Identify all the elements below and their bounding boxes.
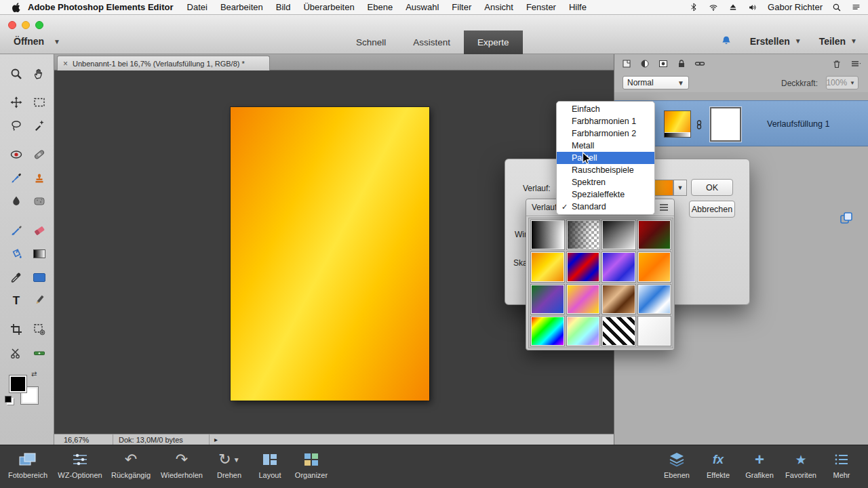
red-eye-tool-icon[interactable] — [6, 146, 26, 163]
hand-tool-icon[interactable] — [29, 65, 50, 83]
menu-hilfe[interactable]: Hilfe — [569, 2, 587, 12]
open-button[interactable]: Öffnen ▼ — [14, 36, 60, 47]
notification-center-icon[interactable] — [851, 3, 861, 12]
spotlight-icon[interactable] — [832, 3, 842, 12]
menu-filter[interactable]: Filter — [452, 2, 471, 12]
gradient-swatch-gruen-violett-blau[interactable] — [530, 284, 565, 314]
link-layers-icon[interactable] — [694, 58, 705, 69]
menu-item-spezialeffekte[interactable]: Spezialeffekte — [557, 188, 654, 201]
gradient-swatch-schwarz-weiss[interactable] — [601, 220, 636, 250]
menu-ansicht[interactable]: Ansicht — [484, 2, 513, 12]
tab-experte[interactable]: Experte — [464, 30, 523, 54]
straighten-tool-icon[interactable] — [29, 344, 50, 362]
menu-item-pastell[interactable]: Pastell — [557, 152, 654, 164]
taskbar-wz-optionen[interactable]: WZ-Optionen — [55, 449, 105, 479]
menu-item-spektren[interactable]: Spektren — [557, 176, 654, 188]
share-button[interactable]: Teilen▼ — [819, 36, 857, 47]
bluetooth-icon[interactable] — [689, 2, 698, 12]
gradient-swatch-chrom-blau[interactable] — [637, 284, 672, 314]
gradient-tool-icon[interactable] — [29, 245, 50, 262]
taskbar-fotobereich[interactable]: Fotobereich — [3, 449, 53, 479]
status-flyout-arrow-icon[interactable]: ▸ — [214, 436, 218, 443]
gradient-preview-arrow-icon[interactable]: ▼ — [673, 180, 687, 196]
default-colors-icon[interactable] — [5, 396, 12, 403]
layer-mask-thumbnail[interactable] — [710, 107, 741, 142]
gradient-swatch-rot-gruen[interactable] — [637, 220, 672, 250]
new-layer-icon[interactable] — [621, 58, 632, 69]
menu-item-standard[interactable]: ✓Standard — [557, 201, 654, 213]
taskbar-mehr[interactable]: Mehr — [816, 449, 867, 479]
shape-tool-icon[interactable] — [29, 268, 50, 286]
taskbar-organizer[interactable]: Organizer — [286, 449, 336, 479]
paint-bucket-tool-icon[interactable] — [6, 245, 26, 262]
menu-fenster[interactable]: Fenster — [526, 2, 556, 12]
window-close-button[interactable] — [8, 21, 16, 29]
gradient-swatch-spektrum[interactable] — [530, 316, 565, 346]
crop-tool-icon[interactable] — [6, 321, 26, 338]
gradient-swatch-streifen-diagonal[interactable] — [601, 316, 636, 346]
gradient-swatch-orange-gelb-orange[interactable] — [530, 251, 565, 282]
spot-healing-tool-icon[interactable] — [29, 146, 50, 163]
wifi-icon[interactable] — [708, 3, 719, 12]
smart-brush-tool-icon[interactable] — [6, 169, 26, 187]
pencil-tool-icon[interactable] — [29, 291, 50, 309]
stacked-squares-icon[interactable] — [840, 211, 853, 225]
document-tab-close-icon[interactable]: × — [63, 59, 68, 68]
lasso-tool-icon[interactable] — [6, 117, 26, 134]
clone-stamp-tool-icon[interactable] — [29, 169, 50, 187]
blend-mode-select[interactable]: Normal ▼ — [623, 76, 689, 89]
eraser-tool-icon[interactable] — [29, 222, 50, 239]
gradient-swatch-pastell-spektrum[interactable] — [566, 316, 601, 346]
window-zoom-button[interactable] — [35, 21, 43, 29]
gradient-swatch-weiss[interactable] — [637, 316, 672, 346]
type-tool-icon[interactable]: T — [6, 291, 26, 309]
tab-assistent[interactable]: Assistent — [399, 30, 464, 54]
notifications-bell-icon[interactable] — [720, 35, 732, 47]
eyedropper-tool-icon[interactable] — [6, 268, 26, 286]
move-tool-icon[interactable] — [6, 94, 26, 111]
gradient-swatch-kupfer[interactable] — [601, 284, 636, 314]
swap-colors-icon[interactable]: ⇄ — [31, 370, 37, 378]
sponge-tool-icon[interactable] — [29, 192, 50, 210]
menu-datei[interactable]: Datei — [187, 2, 208, 12]
gradient-swatch-gelb-violett-gelb[interactable] — [566, 284, 601, 314]
zoom-tool-icon[interactable] — [6, 65, 26, 83]
menu-item-einfach[interactable]: Einfach — [557, 103, 654, 115]
zoom-level[interactable]: 16,67% — [64, 436, 89, 444]
gradient-swatch-vordergrund-hintergrund[interactable] — [530, 220, 565, 250]
gradient-swatch-orange[interactable] — [637, 251, 672, 282]
blur-tool-icon[interactable] — [6, 192, 26, 210]
gradient-swatch-violett-blau[interactable] — [601, 251, 636, 282]
picker-menu-icon[interactable] — [659, 203, 669, 211]
marquee-tool-icon[interactable] — [29, 94, 50, 111]
recompose-tool-icon[interactable] — [29, 321, 50, 338]
open-dropdown-arrow-icon[interactable]: ▼ — [54, 38, 60, 45]
menu-item-metall[interactable]: Metall — [557, 140, 654, 152]
panel-menu-icon[interactable] — [850, 58, 862, 69]
document-canvas[interactable] — [231, 107, 429, 401]
eject-icon[interactable] — [728, 3, 738, 12]
ok-button[interactable]: OK — [691, 179, 733, 196]
window-minimize-button[interactable] — [22, 21, 30, 29]
new-adjustment-layer-icon[interactable] — [639, 58, 650, 69]
volume-icon[interactable] — [747, 3, 758, 12]
menubar-username[interactable]: Gabor Richter — [768, 2, 823, 12]
brush-tool-icon[interactable] — [6, 222, 26, 239]
menu-item-farbharmonien-2[interactable]: Farbharmonien 2 — [557, 127, 654, 140]
menu-bild[interactable]: Bild — [276, 2, 291, 12]
menu-auswahl[interactable]: Auswahl — [406, 2, 439, 12]
apple-menu-icon[interactable] — [11, 2, 21, 13]
foreground-color-swatch[interactable] — [9, 375, 26, 392]
quick-selection-tool-icon[interactable] — [29, 117, 50, 134]
menu-bearbeiten[interactable]: Bearbeiten — [220, 2, 263, 12]
menu-ueberarbeiten[interactable]: Überarbeiten — [303, 2, 354, 12]
menu-ebene[interactable]: Ebene — [368, 2, 393, 12]
layer-thumbnail[interactable] — [664, 110, 691, 138]
layer-mask-icon[interactable] — [658, 58, 669, 69]
taskbar-rueckgaengig[interactable]: ↶ Rückgängig — [106, 449, 156, 479]
document-tab[interactable]: × Unbenannt-1 bei 16,7% (Verlaufsfüllung… — [57, 56, 270, 70]
opacity-field[interactable]: 100% ▼ — [826, 76, 859, 89]
gradient-swatch-vordergrund-transparent[interactable] — [566, 220, 601, 250]
lock-icon[interactable] — [676, 58, 687, 69]
menu-item-rauschbeispiele[interactable]: Rauschbeispiele — [557, 164, 654, 176]
